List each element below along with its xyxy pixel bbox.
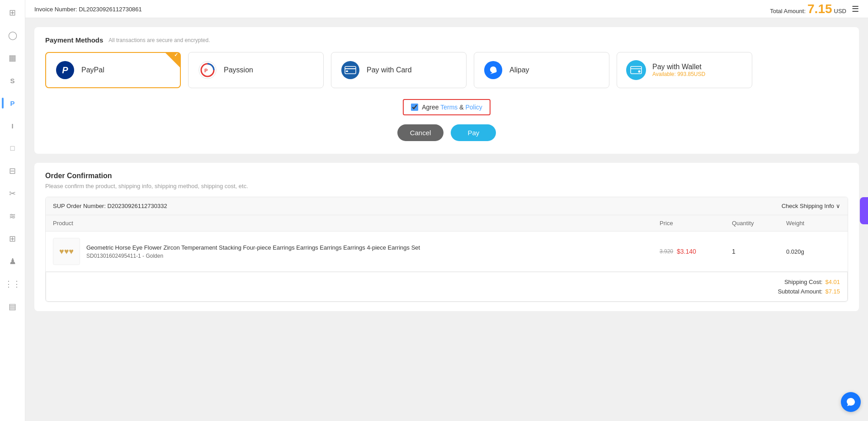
product-table-header: Product Price Quantity Weight bbox=[46, 215, 848, 232]
top-header: Invoice Number: DL20230926112730861 Tota… bbox=[25, 0, 868, 18]
sup-order-number-value: D20230926112730332 bbox=[107, 203, 167, 209]
svg-rect-6 bbox=[631, 66, 642, 74]
layers-icon[interactable]: ⊟ bbox=[5, 164, 20, 178]
report-icon[interactable]: ▤ bbox=[5, 299, 20, 314]
subtotal-value: $7.15 bbox=[825, 288, 840, 295]
col-product-header: Product bbox=[53, 220, 660, 227]
card-label: Pay with Card bbox=[367, 66, 412, 74]
paypal-label: PayPal bbox=[81, 66, 104, 74]
svg-rect-3 bbox=[345, 66, 356, 74]
terms-agree-text: Agree Terms & Policy bbox=[422, 104, 482, 111]
action-buttons: Cancel Pay bbox=[45, 124, 848, 141]
payssion-icon: P bbox=[198, 60, 217, 80]
original-price: 3.920 bbox=[660, 248, 673, 255]
invoice-info: Invoice Number: DL20230926112730861 bbox=[34, 5, 142, 13]
product-quantity: 1 bbox=[732, 248, 786, 255]
order-totals: Shipping Cost: $4.01 Subtotal Amount: $7… bbox=[46, 272, 848, 302]
wallet-label: Pay with Wallet bbox=[652, 63, 705, 71]
paypal-icon: P bbox=[55, 60, 75, 80]
product-image: ♥♥♥ bbox=[53, 238, 80, 265]
wallet-circle bbox=[626, 60, 646, 80]
secure-text: All transactions are secure and encrypte… bbox=[108, 37, 210, 43]
wallet-available: Available: 993.85USD bbox=[652, 71, 705, 77]
payment-option-wallet[interactable]: Pay with Wallet Available: 993.85USD bbox=[617, 52, 752, 88]
pay-button[interactable]: Pay bbox=[451, 124, 496, 141]
sup-order-number: SUP Order Number: D20230926112730332 bbox=[53, 203, 167, 209]
user-circle-icon[interactable]: ◯ bbox=[5, 28, 20, 43]
alipay-label: Alipay bbox=[509, 66, 529, 74]
apps-icon[interactable]: ⋮⋮ bbox=[5, 277, 20, 291]
wallet-info: Pay with Wallet Available: 993.85USD bbox=[652, 63, 705, 77]
box-icon[interactable]: □ bbox=[5, 141, 20, 156]
payment-option-alipay[interactable]: Alipay bbox=[474, 52, 609, 88]
chat-button[interactable] bbox=[841, 392, 861, 412]
invoice-label: Invoice Number: DL20230926112730861 bbox=[34, 6, 142, 13]
terms-checkbox[interactable] bbox=[411, 104, 418, 111]
sale-price: $3.140 bbox=[677, 248, 696, 255]
tools-icon[interactable]: ✂ bbox=[5, 186, 20, 201]
svg-rect-5 bbox=[346, 71, 348, 72]
card-circle bbox=[341, 61, 359, 79]
table-row: ♥♥♥ Geometric Horse Eye Flower Zircon Te… bbox=[46, 232, 848, 272]
payment-option-paypal[interactable]: P PayPal bbox=[45, 52, 181, 88]
card-icon bbox=[340, 60, 360, 80]
users-icon[interactable]: ♟ bbox=[5, 254, 20, 269]
order-table-container: SUP Order Number: D20230926112730332 Che… bbox=[45, 197, 848, 302]
product-sku: SD01301602495411-1 - Golden bbox=[86, 253, 660, 259]
shipping-cost-row: Shipping Cost: $4.01 bbox=[784, 279, 840, 285]
shipping-cost-value: $4.01 bbox=[825, 279, 840, 285]
check-shipping-button[interactable]: Check Shipping Info ∨ bbox=[782, 203, 840, 209]
subtotal-row: Subtotal Amount: $7.15 bbox=[778, 288, 840, 295]
payment-card: Payment Methods All transactions are sec… bbox=[34, 27, 859, 154]
order-confirmation-section: Order Confirmation Please confirm the pr… bbox=[34, 163, 859, 311]
payment-option-payssion[interactable]: P Payssion bbox=[188, 52, 324, 88]
invoice-number-value: DL20230926112730861 bbox=[79, 6, 142, 13]
terms-section: Agree Terms & Policy bbox=[45, 99, 848, 115]
total-label: Total Amount: bbox=[770, 8, 806, 14]
order-confirmation-title: Order Confirmation bbox=[45, 172, 848, 180]
shipping-cost-label: Shipping Cost: bbox=[784, 279, 823, 285]
product-name: Geometric Horse Eye Flower Zircon Temper… bbox=[86, 244, 660, 251]
alipay-icon bbox=[483, 60, 503, 80]
total-value: 7.15 bbox=[807, 2, 832, 16]
payment-option-card[interactable]: Pay with Card bbox=[331, 52, 467, 88]
right-panel-tab[interactable] bbox=[860, 197, 868, 224]
payssion-label: Payssion bbox=[224, 66, 253, 74]
product-info: Geometric Horse Eye Flower Zircon Temper… bbox=[86, 244, 660, 259]
order-confirmation-subtitle: Please confirm the product, shipping inf… bbox=[45, 183, 848, 189]
menu-icon[interactable]: ☰ bbox=[852, 4, 859, 14]
payment-options-grid: P PayPal P Payssion bbox=[45, 52, 848, 88]
payment-nav-icon[interactable]: P bbox=[5, 96, 20, 110]
terms-link[interactable]: Terms bbox=[440, 104, 458, 111]
chart-icon[interactable]: ≋ bbox=[5, 209, 20, 223]
grid-icon[interactable]: ⊞ bbox=[5, 232, 20, 246]
svg-point-7 bbox=[638, 71, 641, 73]
cancel-button[interactable]: Cancel bbox=[397, 124, 444, 141]
col-weight-header: Weight bbox=[786, 220, 840, 227]
total-currency: USD bbox=[834, 8, 846, 14]
home-icon[interactable]: ⊞ bbox=[5, 5, 20, 20]
svg-text:P: P bbox=[204, 68, 208, 73]
terms-box: Agree Terms & Policy bbox=[403, 99, 491, 115]
policy-link[interactable]: Policy bbox=[465, 104, 482, 111]
col-quantity-header: Quantity bbox=[732, 220, 786, 227]
payment-methods-header: Payment Methods All transactions are sec… bbox=[45, 36, 848, 44]
terms-ampersand: & bbox=[459, 104, 465, 111]
calendar-icon[interactable]: ▦ bbox=[5, 51, 20, 65]
payment-methods-title: Payment Methods bbox=[45, 36, 103, 44]
main-content: Invoice Number: DL20230926112730861 Tota… bbox=[25, 0, 868, 421]
product-weight: 0.020g bbox=[786, 248, 840, 255]
alipay-circle bbox=[484, 61, 502, 79]
paypal-logo: P bbox=[56, 61, 74, 79]
sidebar: ⊞ ◯ ▦ S P I □ ⊟ ✂ ≋ ⊞ ♟ ⋮⋮ ▤ bbox=[0, 0, 25, 421]
order-table-header: SUP Order Number: D20230926112730332 Che… bbox=[46, 197, 848, 215]
subtotal-label: Subtotal Amount: bbox=[778, 288, 822, 295]
chevron-down-icon: ∨ bbox=[836, 203, 840, 209]
wallet-icon bbox=[626, 60, 646, 80]
product-price: 3.920 $3.140 bbox=[660, 248, 732, 255]
total-amount-section: Total Amount: 7.15 USD bbox=[770, 2, 846, 16]
label-s-icon[interactable]: S bbox=[5, 73, 20, 88]
content-wrapper: Payment Methods All transactions are sec… bbox=[25, 18, 868, 421]
info-nav-icon[interactable]: I bbox=[5, 118, 20, 133]
selected-checkmark bbox=[165, 53, 180, 67]
